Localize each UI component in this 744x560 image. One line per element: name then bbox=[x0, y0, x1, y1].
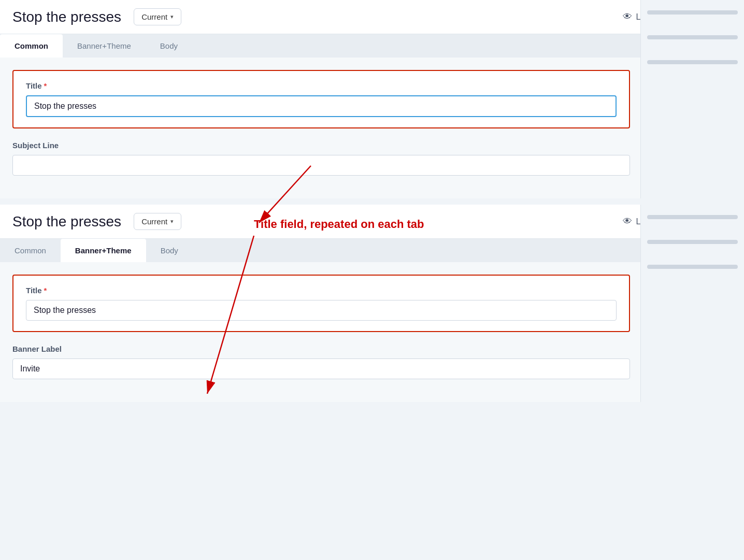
required-star-2: * bbox=[44, 286, 47, 295]
panel-1-content: Title * Subject Line bbox=[0, 58, 744, 198]
subject-line-input[interactable] bbox=[12, 155, 630, 176]
tab-banner-theme-1[interactable]: Banner+Theme bbox=[63, 34, 146, 58]
eye-icon-2: 👁 bbox=[623, 216, 632, 227]
panel-2: Stop the presses Current ▾ 👁 Live Previe… bbox=[0, 205, 744, 402]
right-sidebar-1 bbox=[640, 0, 744, 198]
sidebar-hint-1a bbox=[647, 10, 738, 15]
banner-label-label: Banner Label bbox=[12, 344, 630, 353]
panel-1: Stop the presses Current ▾ 👁 Live Previe… bbox=[0, 0, 744, 198]
title-field-label-2: Title * bbox=[26, 286, 617, 295]
title-input-2[interactable] bbox=[26, 300, 617, 321]
tab-common-2[interactable]: Common bbox=[0, 239, 61, 262]
eye-icon-1: 👁 bbox=[623, 11, 632, 22]
sidebar-hint-2a bbox=[647, 215, 738, 219]
sidebar-hint-2c bbox=[647, 265, 738, 269]
panel-1-header: Stop the presses Current ▾ 👁 Live Previe… bbox=[0, 0, 744, 34]
title-input-1[interactable] bbox=[26, 95, 617, 117]
current-dropdown-1[interactable]: Current ▾ bbox=[134, 8, 181, 25]
title-section-1: Title * bbox=[12, 70, 630, 128]
sidebar-hint-1b bbox=[647, 35, 738, 39]
subject-line-group: Subject Line bbox=[12, 141, 630, 176]
title-section-2: Title * bbox=[12, 275, 630, 332]
banner-label-input[interactable] bbox=[12, 358, 630, 379]
subject-line-label: Subject Line bbox=[12, 141, 630, 150]
chevron-down-icon-1: ▾ bbox=[170, 13, 174, 20]
tab-banner-theme-2[interactable]: Banner+Theme bbox=[61, 239, 146, 262]
current-dropdown-1-label: Current bbox=[141, 12, 167, 21]
banner-label-group: Banner Label bbox=[12, 344, 630, 379]
right-sidebar-2 bbox=[640, 205, 744, 402]
tab-bar-2: Common Banner+Theme Body bbox=[0, 239, 744, 262]
panel-2-title: Stop the presses bbox=[12, 213, 121, 230]
sidebar-hint-2b bbox=[647, 240, 738, 244]
sidebar-hint-1c bbox=[647, 60, 738, 64]
tab-body-2[interactable]: Body bbox=[146, 239, 193, 262]
tab-body-1[interactable]: Body bbox=[146, 34, 192, 58]
current-dropdown-2[interactable]: Current ▾ bbox=[134, 213, 181, 230]
panel-1-title: Stop the presses bbox=[12, 9, 121, 25]
tab-common-1[interactable]: Common bbox=[0, 34, 63, 58]
chevron-down-icon-2: ▾ bbox=[170, 218, 174, 225]
title-field-label-1: Title * bbox=[26, 81, 617, 90]
panel-2-content: Title * Banner Label bbox=[0, 262, 744, 402]
required-star-1: * bbox=[44, 81, 47, 90]
tab-bar-1: Common Banner+Theme Body bbox=[0, 34, 744, 58]
current-dropdown-2-label: Current bbox=[141, 217, 167, 226]
panel-2-header: Stop the presses Current ▾ 👁 Live Previe… bbox=[0, 205, 744, 239]
